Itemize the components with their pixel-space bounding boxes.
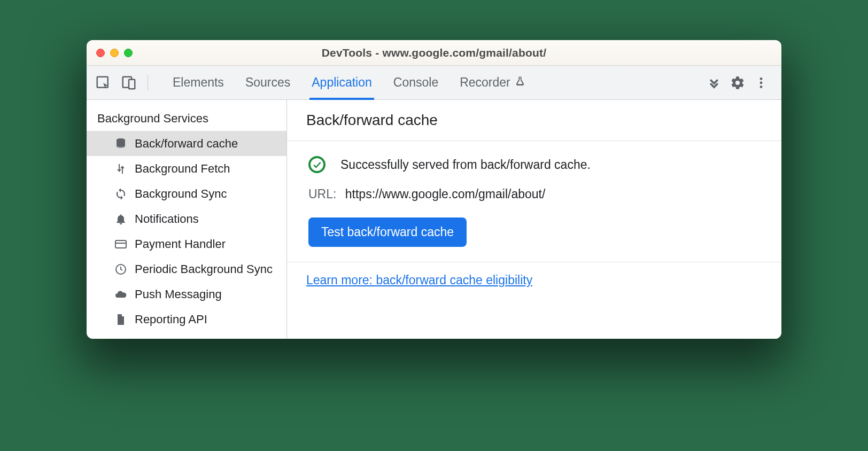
status-row: Successfully served from back/forward ca… — [308, 156, 762, 173]
titlebar: DevTools - www.google.com/gmail/about/ — [87, 40, 781, 66]
sidebar-item-label: Push Messaging — [135, 287, 222, 301]
file-icon — [114, 313, 127, 326]
bfcache-result-section: Successfully served from back/forward ca… — [287, 141, 781, 262]
sidebar-item-bfcache[interactable]: Back/forward cache — [87, 131, 286, 156]
svg-point-3 — [760, 77, 763, 80]
clock-icon — [114, 263, 127, 276]
tab-label: Recorder — [460, 75, 510, 90]
sidebar-item-label: Background Fetch — [135, 162, 230, 176]
experiment-icon — [515, 75, 525, 90]
device-toolbar-icon[interactable] — [121, 75, 137, 91]
sidebar-item-label: Periodic Background Sync — [135, 262, 273, 276]
learn-more-link[interactable]: Learn more: back/forward cache eligibili… — [306, 273, 532, 287]
cloud-icon — [114, 288, 127, 301]
url-label: URL: — [308, 187, 336, 201]
devtools-window: DevTools - www.google.com/gmail/about/ — [87, 40, 781, 339]
tab-recorder[interactable]: Recorder — [460, 66, 525, 99]
tab-label: Application — [312, 75, 372, 90]
sidebar-item-label: Payment Handler — [135, 237, 226, 251]
sidebar-item-label: Reporting API — [135, 313, 207, 326]
tab-label: Elements — [173, 75, 224, 90]
database-icon — [114, 137, 127, 150]
sidebar-section-header: Background Services — [87, 106, 286, 131]
svg-point-5 — [760, 85, 763, 88]
tab-elements[interactable]: Elements — [173, 66, 224, 99]
svg-rect-2 — [129, 79, 135, 89]
sidebar-item-reporting-api[interactable]: Reporting API — [87, 307, 286, 332]
sidebar-item-push-messaging[interactable]: Push Messaging — [87, 282, 286, 307]
sidebar-item-notifications[interactable]: Notifications — [87, 206, 286, 231]
sidebar: Background Services Back/forward cache B… — [87, 100, 287, 339]
learn-more-section: Learn more: back/forward cache eligibili… — [287, 262, 781, 298]
tab-application[interactable]: Application — [312, 66, 372, 99]
sidebar-item-background-sync[interactable]: Background Sync — [87, 181, 286, 206]
sidebar-item-payment-handler[interactable]: Payment Handler — [87, 231, 286, 256]
devtools-toolbar: Elements Sources Application Console Rec… — [87, 66, 781, 100]
success-check-icon — [308, 156, 326, 173]
sidebar-item-label: Back/forward cache — [135, 137, 238, 151]
tab-console[interactable]: Console — [393, 66, 438, 99]
toolbar-divider — [148, 75, 148, 91]
inspect-element-icon[interactable] — [95, 75, 111, 91]
sidebar-item-background-fetch[interactable]: Background Fetch — [87, 156, 286, 181]
minimize-icon[interactable] — [110, 49, 119, 57]
svg-point-4 — [760, 81, 763, 84]
transfer-icon — [114, 162, 127, 175]
sync-icon — [114, 188, 127, 200]
panel-title: Back/forward cache — [287, 100, 781, 141]
svg-point-7 — [117, 138, 125, 142]
settings-button[interactable] — [726, 71, 749, 95]
status-message: Successfully served from back/forward ca… — [340, 158, 591, 172]
close-icon[interactable] — [96, 49, 105, 57]
tab-label: Console — [393, 75, 438, 90]
test-bfcache-button[interactable]: Test back/forward cache — [308, 217, 467, 247]
sidebar-item-label: Notifications — [135, 212, 199, 226]
credit-card-icon — [114, 238, 127, 251]
url-value: https://www.google.com/gmail/about/ — [345, 187, 546, 201]
more-options-button[interactable] — [749, 71, 773, 95]
tab-label: Sources — [245, 75, 290, 90]
more-tabs-button[interactable] — [702, 71, 726, 95]
svg-rect-8 — [115, 240, 126, 248]
sidebar-item-label: Background Sync — [135, 187, 227, 201]
main-panel: Back/forward cache Successfully served f… — [287, 100, 781, 339]
window-title: DevTools - www.google.com/gmail/about/ — [87, 46, 781, 59]
window-controls — [96, 49, 133, 57]
panel-tabs: Elements Sources Application Console Rec… — [173, 66, 525, 99]
sidebar-item-periodic-sync[interactable]: Periodic Background Sync — [87, 256, 286, 282]
tab-sources[interactable]: Sources — [245, 66, 290, 99]
url-row: URL: https://www.google.com/gmail/about/ — [308, 187, 762, 201]
zoom-icon[interactable] — [124, 49, 133, 57]
bell-icon — [114, 213, 127, 226]
